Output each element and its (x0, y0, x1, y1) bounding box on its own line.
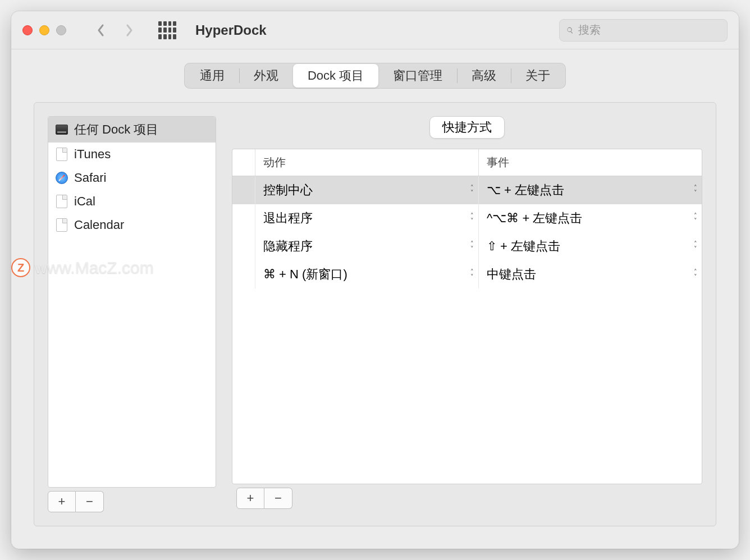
sidebar-add-button[interactable]: + (48, 491, 76, 512)
sidebar-item-safari[interactable]: Safari (48, 166, 216, 190)
table-row[interactable]: ⌘ + N (新窗口) ˄˅ 中键点击 ˄˅ (232, 260, 702, 288)
tab-about[interactable]: 关于 (511, 64, 565, 88)
sidebar-buttons: + − (48, 491, 216, 512)
table-body[interactable]: 控制中心 ˄˅ ⌥ + 左键点击 ˄˅ 退出程序 (232, 176, 702, 484)
table-buttons: + − (236, 488, 698, 509)
file-icon (55, 148, 68, 161)
sidebar-item-calendar[interactable]: Calendar (48, 213, 216, 237)
close-button[interactable] (22, 25, 33, 35)
cell-event[interactable]: ^⌥⌘ + 左键点击 ˄˅ (478, 204, 702, 232)
sidebar-item-label: Calendar (74, 218, 124, 232)
back-button[interactable] (91, 20, 111, 40)
search-icon (566, 25, 574, 36)
cell-event[interactable]: ⇧ + 左键点击 ˄˅ (478, 232, 702, 260)
stepper-icon[interactable]: ˄˅ (470, 213, 474, 223)
header-action[interactable]: 动作 (255, 149, 478, 176)
sidebar-item-ical[interactable]: iCal (48, 190, 216, 213)
stepper-icon[interactable]: ˄˅ (470, 241, 474, 251)
tab-window-management[interactable]: 窗口管理 (378, 64, 457, 88)
subtab-shortcuts[interactable]: 快捷方式 (429, 116, 505, 139)
sidebar-item-label: Safari (74, 171, 106, 185)
tabs-bar: 通用 外观 Dock 项目 窗口管理 高级 关于 (11, 49, 739, 89)
stepper-icon[interactable]: ˄˅ (470, 185, 474, 195)
chevron-right-icon (125, 24, 134, 37)
tab-general[interactable]: 通用 (185, 64, 239, 88)
sidebar: 任何 Dock 项目 iTunes Safari iCal (48, 116, 216, 512)
show-all-button[interactable] (158, 21, 176, 39)
sidebar-item-itunes[interactable]: iTunes (48, 143, 216, 166)
table-row[interactable]: 退出程序 ˄˅ ^⌥⌘ + 左键点击 ˄˅ (232, 204, 702, 232)
search-field[interactable] (559, 19, 728, 42)
sidebar-item-any-dock[interactable]: 任何 Dock 项目 (48, 117, 216, 143)
sidebar-item-label: 任何 Dock 项目 (74, 121, 158, 138)
minimize-button[interactable] (39, 25, 49, 35)
window-title: HyperDock (195, 22, 267, 38)
tab-advanced[interactable]: 高级 (457, 64, 511, 88)
shortcuts-table: 动作 事件 控制中心 ˄˅ ⌥ + 左键点击 ˄˅ (232, 149, 702, 484)
cell-action[interactable]: 控制中心 ˄˅ (255, 176, 478, 204)
cell-action[interactable]: 退出程序 ˄˅ (255, 204, 478, 232)
main-panel: 快捷方式 动作 事件 控制中心 ˄˅ (232, 116, 702, 512)
window-controls (22, 25, 66, 35)
content-panel: 任何 Dock 项目 iTunes Safari iCal (34, 102, 716, 526)
chevron-left-icon (97, 24, 106, 37)
stepper-icon[interactable]: ˄˅ (694, 269, 697, 279)
stepper-icon[interactable]: ˄˅ (694, 213, 697, 223)
stepper-icon[interactable]: ˄˅ (470, 269, 474, 279)
table-add-button[interactable]: + (236, 488, 264, 509)
table-row[interactable]: 控制中心 ˄˅ ⌥ + 左键点击 ˄˅ (232, 176, 702, 204)
dock-icon (55, 123, 68, 136)
cell-action[interactable]: 隐藏程序 ˄˅ (255, 232, 478, 260)
sidebar-item-label: iCal (74, 194, 95, 209)
table-header: 动作 事件 (232, 149, 702, 176)
cell-event[interactable]: ⌥ + 左键点击 ˄˅ (478, 176, 702, 204)
file-icon (55, 195, 68, 208)
search-input[interactable] (578, 24, 720, 36)
table-row[interactable]: 隐藏程序 ˄˅ ⇧ + 左键点击 ˄˅ (232, 232, 702, 260)
forward-button[interactable] (119, 20, 139, 40)
sidebar-list[interactable]: 任何 Dock 项目 iTunes Safari iCal (48, 116, 216, 488)
preferences-window: HyperDock 通用 外观 Dock 项目 窗口管理 高级 关于 任何 Do… (11, 11, 739, 549)
sidebar-remove-button[interactable]: − (76, 491, 104, 512)
stepper-icon[interactable]: ˄˅ (694, 241, 697, 251)
cell-action[interactable]: ⌘ + N (新窗口) ˄˅ (255, 260, 478, 288)
file-icon (55, 218, 68, 232)
tab-appearance[interactable]: 外观 (239, 64, 293, 88)
cell-event[interactable]: 中键点击 ˄˅ (478, 260, 702, 288)
tab-dock-items[interactable]: Dock 项目 (293, 64, 378, 88)
sidebar-item-label: iTunes (74, 147, 111, 162)
zoom-button (56, 25, 66, 35)
table-remove-button[interactable]: − (264, 488, 292, 509)
stepper-icon[interactable]: ˄˅ (694, 185, 697, 195)
titlebar: HyperDock (11, 11, 739, 49)
safari-icon (55, 171, 68, 185)
header-event[interactable]: 事件 (478, 149, 702, 176)
